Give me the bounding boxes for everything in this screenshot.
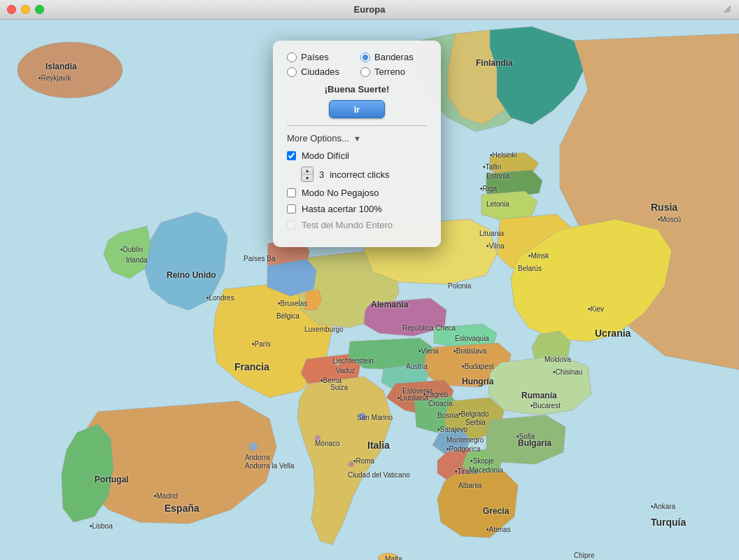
modo-dificil-checkbox[interactable] (287, 151, 296, 160)
options-panel: Países Banderas Ciudades Terreno ¡Buena … (273, 41, 441, 247)
radio-banderas-row[interactable]: Banderas (360, 52, 427, 62)
radio-paises-row[interactable]: Países (287, 52, 353, 62)
svg-point-6 (335, 360, 340, 365)
radio-terreno-row[interactable]: Terreno (360, 66, 427, 77)
incorrect-clicks-stepper[interactable]: ▲ ▼ (301, 167, 314, 182)
svg-point-2 (359, 413, 366, 420)
hasta-acertar-label: Hasta acertar 100% (302, 204, 382, 214)
window-title: Europa (354, 4, 386, 15)
modo-no-pegajoso-checkbox[interactable] (287, 188, 296, 197)
test-mundo-label: Test del Mundo Entero (302, 220, 393, 230)
more-options-label: More Options... (287, 133, 349, 144)
svg-point-1 (17, 42, 122, 98)
resize-button[interactable] (723, 5, 732, 14)
title-bar: Europa (0, 0, 739, 20)
svg-point-4 (315, 435, 321, 441)
test-mundo-checkbox[interactable] (287, 220, 296, 230)
radio-ciudades-label: Ciudades (301, 66, 339, 77)
radio-terreno[interactable] (360, 67, 370, 77)
radio-banderas-label: Banderas (374, 52, 414, 62)
more-options-row[interactable]: More Options... ▼ (287, 133, 427, 144)
modo-no-pegajoso-row[interactable]: Modo No Pegajoso (287, 188, 427, 198)
close-button[interactable] (7, 5, 16, 14)
incorrect-clicks-row: ▲ ▼ 3 incorrect clicks (301, 167, 427, 182)
ir-button[interactable]: Ir (329, 100, 385, 118)
stepper-down-button[interactable]: ▼ (302, 175, 313, 182)
radio-ciudades[interactable] (287, 67, 297, 77)
radio-paises-label: Países (301, 52, 329, 62)
radio-terreno-label: Terreno (374, 66, 405, 77)
radio-options-grid: Países Banderas Ciudades Terreno (287, 52, 427, 77)
map-area[interactable]: Islandia•ReykjavíkFinlandiaRusiaEstoniaL… (0, 20, 739, 560)
buena-suerte-text: ¡Buena Suerte! (287, 84, 427, 94)
svg-point-5 (249, 442, 258, 451)
stepper-label: incorrect clicks (330, 169, 389, 180)
radio-ciudades-row[interactable]: Ciudades (287, 66, 353, 77)
stepper-up-button[interactable]: ▲ (302, 167, 313, 175)
maximize-button[interactable] (35, 5, 44, 14)
radio-banderas[interactable] (360, 52, 370, 62)
hasta-acertar-checkbox[interactable] (287, 204, 296, 214)
modo-no-pegajoso-label: Modo No Pegajoso (302, 188, 379, 198)
modo-dificil-label: Modo Difícil (302, 150, 349, 161)
minimize-button[interactable] (21, 5, 30, 14)
svg-point-3 (349, 461, 354, 467)
more-options-arrow: ▼ (353, 134, 361, 143)
test-mundo-row[interactable]: Test del Mundo Entero (287, 220, 427, 230)
stepper-value: 3 (319, 169, 324, 180)
radio-paises[interactable] (287, 52, 297, 62)
window-controls[interactable] (7, 5, 44, 14)
hasta-acertar-row[interactable]: Hasta acertar 100% (287, 204, 427, 214)
panel-divider (287, 125, 427, 126)
modo-dificil-row[interactable]: Modo Difícil (287, 150, 427, 161)
